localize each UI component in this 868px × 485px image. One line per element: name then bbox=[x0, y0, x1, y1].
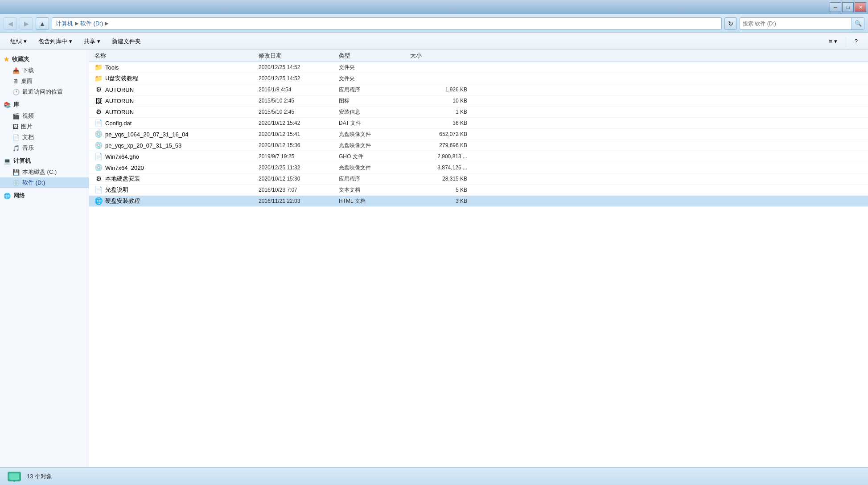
file-name-cell: 💿 pe_yqs_1064_20_07_31_16_04 bbox=[89, 130, 259, 138]
forward-button[interactable]: ▶ bbox=[20, 17, 33, 30]
toolbar: 组织 ▾ 包含到库中 ▾ 共享 ▾ 新建文件夹 ≡ ▾ ? bbox=[0, 33, 868, 50]
file-icon: 💿 bbox=[95, 141, 103, 149]
file-row[interactable]: 📄 Config.dat 2020/10/12 15:42 DAT 文件 36 … bbox=[89, 118, 868, 129]
file-name-label: AUTORUN bbox=[105, 86, 134, 93]
file-icon: 📄 bbox=[95, 186, 103, 194]
back-button[interactable]: ◀ bbox=[4, 17, 17, 30]
main-layout: ★ 收藏夹 📥 下载 🖥 桌面 🕐 最近访问的位置 📚 库 bbox=[0, 50, 868, 467]
sidebar-item-downloads[interactable]: 📥 下载 bbox=[0, 65, 89, 76]
title-bar: ─ □ ✕ bbox=[0, 0, 868, 14]
file-row[interactable]: ⚙ AUTORUN 2016/1/8 4:54 应用程序 1,926 KB bbox=[89, 84, 868, 95]
file-row[interactable]: 💿 pe_yqs_1064_20_07_31_16_04 2020/10/12 … bbox=[89, 129, 868, 140]
file-icon: ⚙ bbox=[95, 86, 103, 94]
file-size-cell: 2,900,813 ... bbox=[410, 153, 473, 160]
sidebar-label-video: 视频 bbox=[22, 112, 34, 120]
navigation-bar: ◀ ▶ ▲ 计算机 ▶ 软件 (D:) ▶ ↻ 🔍 bbox=[0, 14, 868, 33]
sidebar-item-music[interactable]: 🎵 音乐 bbox=[0, 143, 89, 153]
search-input[interactable] bbox=[740, 21, 852, 27]
file-row[interactable]: ⚙ 本地硬盘安装 2020/10/12 15:30 应用程序 28,315 KB bbox=[89, 173, 868, 185]
sidebar-item-recent[interactable]: 🕐 最近访问的位置 bbox=[0, 86, 89, 97]
sidebar-item-documents[interactable]: 📄 文档 bbox=[0, 132, 89, 143]
file-row[interactable]: 💿 Win7x64_2020 2020/12/25 11:32 光盘映像文件 3… bbox=[89, 162, 868, 173]
sidebar-item-video[interactable]: 🎬 视频 bbox=[0, 111, 89, 121]
network-section: 🌐 网络 bbox=[0, 190, 89, 201]
sidebar: ★ 收藏夹 📥 下载 🖥 桌面 🕐 最近访问的位置 📚 库 bbox=[0, 50, 89, 467]
file-size-cell: 5 KB bbox=[410, 187, 473, 193]
file-type-cell: 应用程序 bbox=[339, 86, 410, 94]
sidebar-label-d-drive: 软件 (D:) bbox=[22, 179, 45, 187]
new-folder-button[interactable]: 新建文件夹 bbox=[107, 35, 146, 48]
file-date-cell: 2020/12/25 14:52 bbox=[259, 64, 339, 70]
computer-header[interactable]: 💻 计算机 bbox=[0, 155, 89, 167]
file-row[interactable]: 📄 光盘说明 2016/10/23 7:07 文本文档 5 KB bbox=[89, 185, 868, 196]
file-size-cell: 3,874,126 ... bbox=[410, 164, 473, 171]
file-row[interactable]: 🌐 硬盘安装教程 2016/11/21 22:03 HTML 文档 3 KB bbox=[89, 196, 868, 207]
file-date-cell: 2020/12/25 11:32 bbox=[259, 164, 339, 171]
file-name-label: 光盘说明 bbox=[105, 186, 128, 194]
column-date[interactable]: 修改日期 bbox=[259, 52, 339, 60]
maximize-button[interactable]: □ bbox=[842, 2, 854, 12]
downloads-icon: 📥 bbox=[12, 67, 20, 74]
svg-point-2 bbox=[13, 480, 15, 482]
file-row[interactable]: ⚙ AUTORUN 2015/5/10 2:45 安装信息 1 KB bbox=[89, 107, 868, 118]
status-icon bbox=[7, 469, 21, 484]
include-library-button[interactable]: 包含到库中 ▾ bbox=[33, 35, 77, 48]
file-date-cell: 2015/5/10 2:45 bbox=[259, 109, 339, 115]
minimize-button[interactable]: ─ bbox=[830, 2, 841, 12]
network-icon: 🌐 bbox=[4, 193, 11, 199]
file-list-header: 名称 修改日期 类型 大小 bbox=[89, 50, 868, 62]
sidebar-item-d-drive[interactable]: 💿 软件 (D:) bbox=[0, 177, 89, 188]
breadcrumb-computer[interactable]: 计算机 bbox=[56, 20, 73, 28]
file-icon: 📄 bbox=[95, 119, 103, 127]
file-name-label: AUTORUN bbox=[105, 109, 134, 115]
file-row[interactable]: 💿 pe_yqs_xp_20_07_31_15_53 2020/10/12 15… bbox=[89, 140, 868, 151]
file-row[interactable]: 📁 U盘安装教程 2020/12/25 14:52 文件夹 bbox=[89, 73, 868, 84]
file-icon: 🌐 bbox=[95, 197, 103, 205]
file-row[interactable]: 📄 Win7x64.gho 2019/9/7 19:25 GHO 文件 2,90… bbox=[89, 151, 868, 162]
desktop-icon: 🖥 bbox=[12, 78, 18, 85]
computer-section: 💻 计算机 💾 本地磁盘 (C:) 💿 软件 (D:) bbox=[0, 155, 89, 188]
sidebar-label-pictures: 图片 bbox=[21, 123, 33, 131]
share-label: 共享 bbox=[84, 37, 95, 45]
share-button[interactable]: 共享 ▾ bbox=[79, 35, 105, 48]
status-bar: 13 个对象 bbox=[0, 467, 868, 485]
file-name-label: 硬盘安装教程 bbox=[105, 197, 140, 205]
refresh-button[interactable]: ↻ bbox=[724, 17, 737, 30]
help-button[interactable]: ? bbox=[850, 35, 863, 48]
pictures-icon: 🖼 bbox=[12, 123, 18, 130]
column-name[interactable]: 名称 bbox=[89, 52, 259, 60]
search-button[interactable]: 🔍 bbox=[852, 17, 864, 30]
sidebar-label-c-drive: 本地磁盘 (C:) bbox=[22, 168, 57, 176]
breadcrumb-separator-2: ▶ bbox=[105, 21, 108, 26]
sidebar-item-pictures[interactable]: 🖼 图片 bbox=[0, 121, 89, 132]
file-date-cell: 2020/10/12 15:42 bbox=[259, 120, 339, 126]
toolbar-right: ≡ ▾ ? bbox=[824, 35, 863, 48]
library-header[interactable]: 📚 库 bbox=[0, 99, 89, 111]
breadcrumb-drive[interactable]: 软件 (D:) bbox=[80, 20, 103, 28]
file-date-cell: 2015/5/10 2:45 bbox=[259, 98, 339, 104]
file-name-label: AUTORUN bbox=[105, 98, 134, 104]
views-button[interactable]: ≡ ▾ bbox=[824, 35, 842, 48]
library-section: 📚 库 🎬 视频 🖼 图片 📄 文档 🎵 音乐 bbox=[0, 99, 89, 153]
column-size[interactable]: 大小 bbox=[410, 52, 473, 60]
sidebar-item-desktop[interactable]: 🖥 桌面 bbox=[0, 76, 89, 86]
music-icon: 🎵 bbox=[12, 145, 20, 152]
close-button[interactable]: ✕ bbox=[855, 2, 866, 12]
file-date-cell: 2020/10/12 15:36 bbox=[259, 142, 339, 148]
up-button[interactable]: ▲ bbox=[36, 17, 49, 30]
column-type[interactable]: 类型 bbox=[339, 52, 410, 60]
toolbar-separator bbox=[846, 36, 846, 47]
file-type-cell: 光盘映像文件 bbox=[339, 142, 410, 149]
organize-button[interactable]: 组织 ▾ bbox=[5, 35, 32, 48]
file-type-cell: DAT 文件 bbox=[339, 119, 410, 127]
file-name-cell: ⚙ AUTORUN bbox=[89, 108, 259, 116]
file-size-cell: 10 KB bbox=[410, 98, 473, 104]
network-header[interactable]: 🌐 网络 bbox=[0, 190, 89, 201]
title-bar-buttons: ─ □ ✕ bbox=[830, 2, 866, 12]
file-row[interactable]: 🖼 AUTORUN 2015/5/10 2:45 图标 10 KB bbox=[89, 95, 868, 107]
file-row[interactable]: 📁 Tools 2020/12/25 14:52 文件夹 bbox=[89, 62, 868, 73]
favorites-header[interactable]: ★ 收藏夹 bbox=[0, 53, 89, 65]
file-name-cell: 💿 Win7x64_2020 bbox=[89, 164, 259, 172]
file-date-cell: 2020/10/12 15:41 bbox=[259, 131, 339, 137]
sidebar-item-c-drive[interactable]: 💾 本地磁盘 (C:) bbox=[0, 167, 89, 177]
